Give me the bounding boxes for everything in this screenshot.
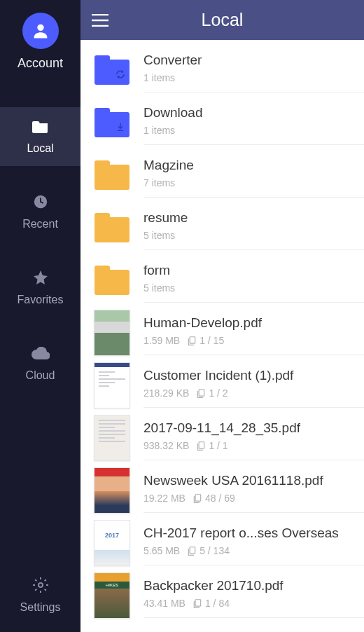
sidebar: Account Local Recent Favorites Cloud: [0, 0, 80, 632]
pdf-thumbnail: [92, 470, 132, 511]
item-count: 1 items: [144, 72, 175, 83]
file-name: Human-Develop.pdf: [144, 315, 358, 331]
folder-icon: [94, 55, 130, 85]
file-meta: 5 items: [144, 282, 358, 294]
row-body: CH-2017 report o...ses Overseas5.65 MB5 …: [144, 520, 364, 565]
file-name: Magzine: [144, 158, 358, 173]
file-meta: 1 items: [144, 125, 358, 136]
file-meta: 43.41 MB1 / 84: [144, 598, 358, 609]
file-meta: 19.22 MB48 / 69: [144, 493, 358, 504]
file-meta: 5.65 MB5 / 134: [144, 545, 358, 556]
file-name: 2017-09-11_14_28_35.pdf: [144, 420, 358, 436]
file-name: Download: [144, 105, 358, 121]
list-item[interactable]: Converter1 items: [80, 40, 364, 92]
svg-point-2: [38, 583, 43, 587]
row-body: Download1 items: [144, 99, 364, 145]
list-item[interactable]: Human-Develop.pdf1.59 MB1 / 15: [80, 303, 364, 355]
page-title: Local: [120, 10, 325, 30]
nav-section: Local Recent Favorites Cloud: [0, 107, 80, 566]
svg-rect-10: [190, 547, 195, 554]
file-size: 218.29 KB: [144, 387, 189, 399]
account-button[interactable]: Account: [0, 0, 80, 81]
pdf-thumbnail: [92, 365, 132, 406]
file-meta: 1.59 MB1 / 15: [144, 335, 358, 346]
file-size: 43.41 MB: [144, 598, 186, 609]
row-body: Converter1 items: [144, 47, 364, 92]
row-body: resume5 items: [144, 205, 364, 250]
page-count: 1 / 1: [196, 440, 227, 451]
menu-button[interactable]: [80, 0, 120, 40]
file-name: Converter: [144, 53, 358, 68]
sidebar-item-favorites[interactable]: Favorites: [0, 259, 80, 317]
item-count: 5 items: [144, 282, 175, 294]
list-item[interactable]: 2017-09-11_14_28_35.pdf938.32 KB1 / 1: [80, 408, 364, 460]
file-name: CH-2017 report o...ses Overseas: [144, 525, 358, 541]
file-name: Backpacker 201710.pdf: [144, 578, 358, 593]
svg-point-0: [37, 25, 43, 31]
row-body: Human-Develop.pdf1.59 MB1 / 15: [144, 310, 364, 355]
row-body: Magzine7 items: [144, 152, 364, 198]
folder-icon: [94, 213, 130, 242]
list-item[interactable]: Customer Incident (1).pdf218.29 KB1 / 2: [80, 355, 364, 408]
nav-label: Favorites: [18, 294, 64, 306]
list-item[interactable]: Newsweek USA 20161118.pdf19.22 MB48 / 69: [80, 460, 364, 513]
item-count: 1 items: [144, 125, 175, 136]
folder-icon: [94, 266, 130, 295]
file-meta: 5 items: [144, 230, 358, 241]
pdf-thumbnail: [92, 312, 132, 353]
list-item[interactable]: Magzine7 items: [80, 145, 364, 198]
pdf-thumbnail: 2017: [92, 523, 132, 563]
svg-rect-7: [199, 390, 204, 396]
star-icon: [31, 268, 50, 287]
list-item[interactable]: resume5 items: [80, 198, 364, 250]
avatar-icon: [22, 13, 59, 49]
file-name: resume: [144, 210, 358, 226]
row-body: Customer Incident (1).pdf218.29 KB1 / 2: [144, 362, 364, 408]
svg-rect-6: [190, 337, 195, 343]
main-panel: Local Converter1 itemsDownload1 itemsMag…: [80, 0, 364, 632]
sidebar-item-settings[interactable]: Settings: [0, 566, 80, 625]
sync-badge-icon: [115, 69, 125, 82]
file-name: Newsweek USA 20161118.pdf: [144, 473, 358, 488]
sidebar-item-local[interactable]: Local: [0, 107, 80, 166]
file-meta: 7 items: [144, 177, 358, 188]
list-item[interactable]: HIKESBackpacker 201710.pdf43.41 MB1 / 84: [80, 565, 364, 618]
file-size: 938.32 KB: [144, 440, 189, 451]
row-body: form5 items: [144, 257, 364, 303]
file-size: 1.59 MB: [144, 335, 180, 346]
list-item[interactable]: form5 items: [80, 250, 364, 303]
cloud-icon: [31, 344, 50, 362]
header: Local: [80, 0, 364, 40]
page-count: 48 / 69: [192, 493, 235, 504]
file-meta: 1 items: [144, 72, 358, 83]
sidebar-item-recent[interactable]: Recent: [0, 183, 80, 242]
file-meta: 938.32 KB1 / 1: [144, 440, 358, 451]
pdf-thumbnail: [92, 418, 132, 458]
page-count: 5 / 134: [187, 545, 230, 556]
item-count: 7 items: [144, 177, 175, 188]
item-count: 5 items: [144, 230, 175, 241]
list-item[interactable]: Download1 items: [80, 92, 364, 145]
file-list[interactable]: Converter1 itemsDownload1 itemsMagzine7 …: [80, 40, 364, 632]
folder-icon: [94, 108, 130, 137]
clock-icon: [31, 193, 50, 211]
svg-rect-8: [199, 442, 204, 448]
row-body: 2017-09-11_14_28_35.pdf938.32 KB1 / 1: [144, 415, 364, 460]
folder-icon: [31, 117, 50, 135]
file-size: 19.22 MB: [144, 493, 186, 504]
page-count: 1 / 15: [187, 335, 224, 346]
list-item[interactable]: 2017CH-2017 report o...ses Overseas5.65 …: [80, 513, 364, 565]
file-name: form: [144, 263, 358, 278]
svg-rect-9: [195, 495, 201, 501]
nav-label: Local: [27, 142, 53, 155]
sidebar-item-cloud[interactable]: Cloud: [0, 334, 80, 393]
page-count: 1 / 84: [192, 598, 230, 609]
row-body: Newsweek USA 20161118.pdf19.22 MB48 / 69: [144, 467, 364, 513]
account-label: Account: [18, 56, 63, 71]
download-badge-icon: [115, 122, 125, 135]
file-name: Customer Incident (1).pdf: [144, 368, 358, 383]
nav-label: Cloud: [26, 369, 55, 382]
file-size: 5.65 MB: [144, 545, 180, 556]
svg-rect-11: [195, 600, 201, 606]
nav-label: Settings: [20, 601, 61, 614]
